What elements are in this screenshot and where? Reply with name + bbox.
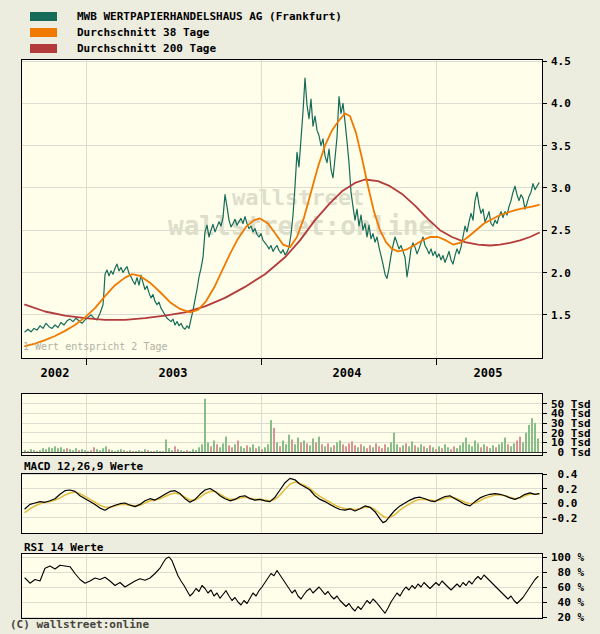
price-y-tick-label: 3.0 bbox=[551, 182, 571, 195]
legend-swatch-price bbox=[30, 12, 57, 21]
rsi-y-tick-label: 60 % bbox=[551, 581, 584, 594]
macd-y-tick-label: 0.2 bbox=[551, 483, 578, 496]
legend-label-ma200: Durchschnitt 200 Tage bbox=[77, 42, 216, 55]
stock-chart-page: MWB WERTPAPIERHANDELSHAUS AG (Frankfurt)… bbox=[0, 0, 600, 634]
legend-item: Durchschnitt 200 Tage bbox=[30, 40, 342, 56]
price-y-tick-label: 4.5 bbox=[551, 55, 571, 68]
price-y-tick-label: 4.0 bbox=[551, 97, 571, 110]
rsi-y-tick-label: 20 % bbox=[551, 611, 584, 624]
macd-chart: 0.4 0.2 0.0-0.2 bbox=[21, 473, 600, 545]
price-y-tick-label: 1.5 bbox=[551, 309, 571, 322]
rsi-y-tick-label: 40 % bbox=[551, 596, 584, 609]
legend-swatch-ma38 bbox=[30, 28, 57, 37]
rsi-panel-title: RSI 14 Werte bbox=[24, 541, 103, 554]
macd-y-tick-label: 0.0 bbox=[551, 497, 578, 510]
rsi-y-tick-label: 80 % bbox=[551, 566, 584, 579]
price-y-tick-label: 3.5 bbox=[551, 140, 571, 153]
macd-panel-title: MACD 12,26,9 Werte bbox=[24, 460, 143, 473]
legend-swatch-ma200 bbox=[30, 44, 57, 53]
rsi-y-tick-label: 100 % bbox=[551, 551, 584, 564]
scale-note: 1 Wert entspricht 2 Tage bbox=[23, 341, 168, 352]
rsi-chart: 100 % 80 % 60 % 40 % 20 % bbox=[21, 553, 600, 630]
legend: MWB WERTPAPIERHANDELSHAUS AG (Frankfurt)… bbox=[30, 8, 342, 56]
price-y-tick-label: 2.5 bbox=[551, 224, 571, 237]
legend-item: MWB WERTPAPIERHANDELSHAUS AG (Frankfurt) bbox=[30, 8, 342, 24]
volume-chart: 50 Tsd40 Tsd30 Tsd20 Tsd10 Tsd 0 Tsd bbox=[21, 393, 600, 467]
price-chart: wallstreetwallstreet:online4.54.03.53.02… bbox=[21, 59, 600, 370]
legend-item: Durchschnitt 38 Tage bbox=[30, 24, 342, 40]
legend-label-price: MWB WERTPAPIERHANDELSHAUS AG (Frankfurt) bbox=[77, 10, 342, 23]
volume-y-tick-label: 0 Tsd bbox=[551, 446, 591, 459]
legend-label-ma38: Durchschnitt 38 Tage bbox=[77, 26, 209, 39]
macd-y-tick-label: -0.2 bbox=[551, 512, 578, 525]
price-y-tick-label: 2.0 bbox=[551, 267, 571, 280]
macd-y-tick-label: 0.4 bbox=[551, 468, 578, 481]
